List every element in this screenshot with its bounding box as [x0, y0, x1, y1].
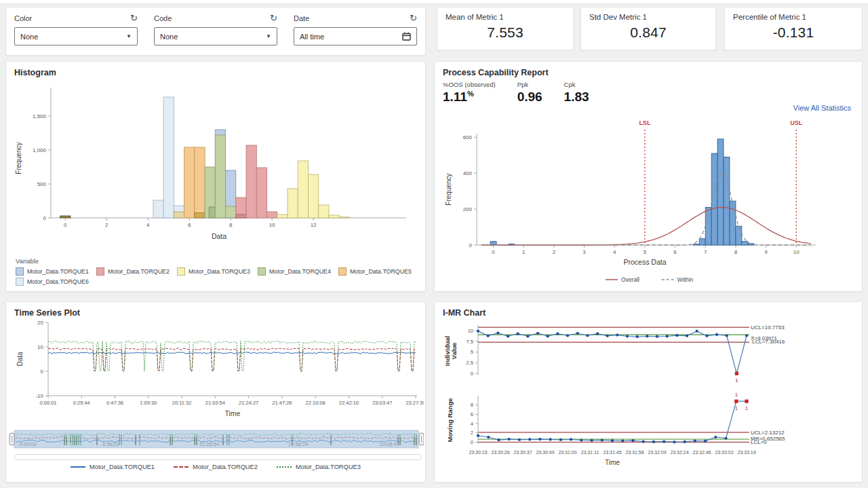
svg-text:23:30:49: 23:30:49	[536, 450, 554, 455]
svg-text:23:27:39: 23:27:39	[406, 400, 424, 406]
refresh-icon[interactable]: ↻	[410, 14, 417, 22]
svg-text:Frequency: Frequency	[445, 173, 452, 205]
svg-text:0:00:01: 0:00:01	[20, 441, 37, 447]
svg-text:1: 1	[522, 249, 526, 255]
svg-text:UCL=10.7753: UCL=10.7753	[751, 324, 785, 331]
legend-label: Motor_Data.TORQUE6	[27, 278, 89, 285]
metric-card-percentile: Percentile of Metric 1 -0.131	[724, 7, 863, 50]
legend-item: Motor_Data.TORQUE1	[71, 464, 155, 470]
svg-text:23:31:58: 23:31:58	[625, 450, 644, 455]
svg-text:23:31:11: 23:31:11	[581, 450, 599, 455]
svg-text:4: 4	[471, 421, 473, 427]
svg-text:5: 5	[471, 349, 473, 355]
filter-date-label: Date	[294, 14, 309, 22]
svg-text:Time: Time	[225, 409, 241, 417]
histogram-panel: Histogram 05001,0001,500024681012Frequen…	[5, 61, 426, 292]
svg-text:8: 8	[229, 222, 233, 228]
svg-text:9: 9	[764, 249, 768, 255]
top-strip	[0, 0, 868, 4]
refresh-icon[interactable]: ↻	[270, 14, 277, 22]
legend-label: Motor_Data.TORQUE3	[189, 268, 250, 275]
filter-code-dropdown[interactable]: None ▼	[154, 27, 277, 45]
stat-oos: %OOS (observed) 1.11%	[443, 81, 496, 105]
svg-text:Frequency: Frequency	[15, 142, 22, 174]
svg-text:23:31:00: 23:31:00	[558, 450, 576, 455]
brush-handle-right[interactable]	[419, 433, 424, 445]
metric-value: -0.131	[733, 24, 854, 41]
filter-color: Color ↻ None ▼	[14, 14, 138, 48]
svg-text:Moving Range: Moving Range	[446, 398, 454, 443]
filter-date-picker[interactable]: All time	[294, 27, 417, 45]
svg-text:23:31:45: 23:31:45	[603, 450, 621, 455]
svg-text:0:47:36: 0:47:36	[106, 400, 123, 406]
legend-item: Motor_Data.TORQUE4	[258, 267, 338, 276]
chevron-down-icon: ▼	[266, 33, 271, 39]
filter-code-label: Code	[154, 14, 172, 22]
stat-suffix: %	[467, 90, 474, 98]
svg-text:21:03:54: 21:03:54	[205, 400, 225, 406]
histogram-legend: Variable Motor_Data.TORQUE1Motor_Data.TO…	[16, 257, 420, 288]
svg-text:0:00:01: 0:00:01	[39, 400, 56, 406]
svg-text:200: 200	[463, 206, 473, 212]
svg-text:500: 500	[37, 181, 47, 187]
svg-text:23:03:47: 23:03:47	[379, 441, 399, 447]
legend-line-sample	[277, 466, 292, 468]
svg-text:22:42:10: 22:42:10	[339, 400, 359, 406]
svg-text:1: 1	[735, 392, 738, 398]
svg-text:UCL=2.13212: UCL=2.13212	[751, 430, 785, 436]
svg-text:23:33:02: 23:33:02	[715, 450, 733, 455]
svg-text:2.5: 2.5	[467, 360, 473, 366]
svg-text:23:30:37: 23:30:37	[513, 450, 532, 455]
legend-label: Motor_Data.TORQUE3	[296, 464, 361, 470]
svg-text:Data: Data	[16, 352, 24, 367]
svg-text:1: 1	[735, 405, 738, 411]
timeseries-scrollbar[interactable]	[14, 454, 421, 460]
legend-line-sample	[174, 466, 189, 468]
svg-text:10: 10	[37, 344, 43, 350]
svg-text:2: 2	[105, 222, 108, 228]
view-all-statistics-link[interactable]: View All Statistics	[793, 104, 851, 112]
stat-label: Ppk	[517, 81, 542, 88]
legend-item: Motor_Data.TORQUE6	[16, 278, 96, 286]
filter-date-value: All time	[300, 33, 324, 41]
metric-title: Mean of Metric 1	[446, 13, 565, 21]
svg-text:3: 3	[583, 249, 586, 255]
histogram-chart: 05001,0001,500024681012FrequencyData	[9, 78, 424, 245]
refresh-icon[interactable]: ↻	[130, 14, 138, 22]
time-range-brush[interactable]: 0:00:010:58:2021:03:5421:58:2423:03:47	[9, 430, 424, 453]
legend-label: Motor_Data.TORQUE5	[350, 268, 412, 275]
legend-swatch	[338, 267, 347, 276]
calendar-icon	[402, 32, 411, 41]
stat-label: Cpk	[564, 81, 589, 88]
svg-text:20: 20	[37, 320, 43, 326]
stat-cpk: Cpk 1.83	[564, 81, 589, 105]
panel-title: Process Capability Report	[435, 62, 862, 77]
legend-item: Motor_Data.TORQUE1	[16, 267, 96, 276]
legend-item: Motor_Data.TORQUE2	[174, 464, 258, 470]
svg-text:Within: Within	[677, 276, 694, 283]
metric-value: 0.847	[589, 24, 707, 41]
svg-text:1:09:30: 1:09:30	[140, 400, 157, 406]
filter-color-dropdown[interactable]: None ▼	[14, 27, 138, 45]
brush-handle-left[interactable]	[9, 433, 14, 445]
svg-text:23:30:15: 23:30:15	[469, 450, 487, 455]
svg-text:6: 6	[471, 411, 473, 417]
svg-text:21:24:27: 21:24:27	[239, 400, 258, 406]
svg-text:23:33:19: 23:33:19	[737, 450, 755, 455]
svg-text:Overall: Overall	[621, 276, 639, 283]
svg-text:0: 0	[471, 439, 473, 445]
svg-text:0: 0	[471, 371, 473, 377]
svg-text:2: 2	[553, 249, 556, 255]
svg-text:21:47:26: 21:47:26	[272, 400, 292, 406]
filter-color-value: None	[20, 33, 38, 41]
svg-text:10: 10	[468, 328, 473, 334]
legend-swatch	[16, 267, 24, 276]
svg-text:0:25:44: 0:25:44	[73, 400, 90, 406]
svg-text:23:03:47: 23:03:47	[372, 400, 392, 406]
legend-line-sample	[71, 466, 85, 468]
legend-item: Motor_Data.TORQUE3	[177, 267, 258, 276]
stat-value: 0.96	[517, 90, 542, 105]
svg-text:21:58:24: 21:58:24	[288, 441, 308, 447]
metric-title: Std Dev Metric 1	[589, 13, 707, 21]
svg-text:12: 12	[311, 222, 317, 228]
